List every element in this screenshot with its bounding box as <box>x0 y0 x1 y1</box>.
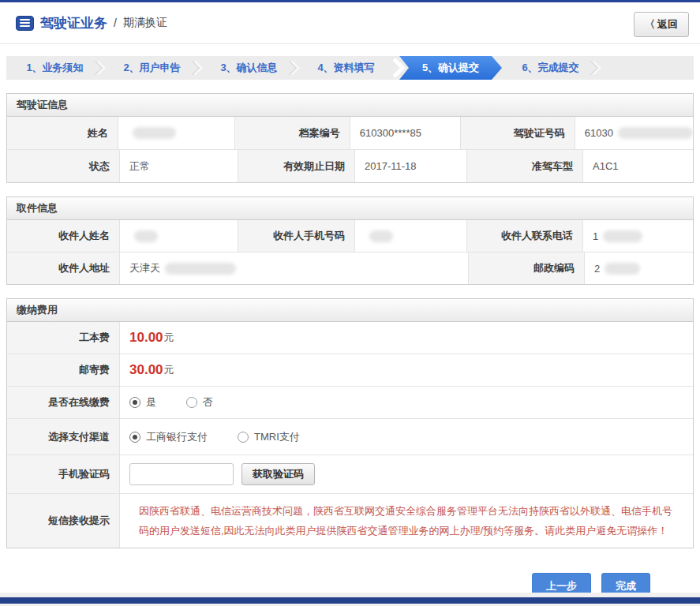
production-fee-label: 工本费 <box>7 322 119 354</box>
status-value: 正常 <box>119 150 238 182</box>
pickup-info-section-title: 取件信息 <box>7 197 693 220</box>
recipient-mobile-label: 收件人手机号码 <box>238 220 354 252</box>
step-gap <box>395 56 399 80</box>
name-value <box>118 117 234 149</box>
radio-selected-icon[interactable] <box>129 432 140 443</box>
step-3-confirm-info: 3、确认信息 <box>200 56 298 80</box>
step-6-complete-submit: 6、完成提交 <box>502 56 599 80</box>
chevron-left-icon: 〈 <box>645 18 655 30</box>
postcode-prefix: 2 <box>594 263 600 275</box>
step-1-business-notes: 1、业务须知 <box>6 56 103 80</box>
sms-code-row: 获取验证码 <box>119 455 693 493</box>
step-2-user-declaration: 2、用户申告 <box>103 56 200 80</box>
back-button-label: 返回 <box>657 18 678 30</box>
postage-fee-amount: 30.00 <box>129 362 163 378</box>
table-row: 收件人姓名 收件人手机号码 收件人联系电话 1 <box>7 220 693 252</box>
expiry-value: 2017-11-18 <box>354 150 466 182</box>
redacted-recipient-phone <box>603 230 642 242</box>
production-fee-amount: 10.00 <box>129 330 163 346</box>
sms-note-text-cell: 因陕西省联通、电信运营商技术问题，陕西省互联网交通安全综合服务管理平台无法向持陕… <box>119 494 693 548</box>
recipient-mobile-value <box>354 220 466 252</box>
expiry-label: 有效期止日期 <box>238 150 354 182</box>
table-row: 短信接收提示 因陕西省联通、电信运营商技术问题，陕西省互联网交通安全综合服务管理… <box>7 493 693 548</box>
online-pay-no-option[interactable]: 否 <box>186 395 213 410</box>
recipient-phone-prefix: 1 <box>593 230 598 242</box>
table-row: 工本费 10.00元 <box>7 322 693 354</box>
pay-channel-label: 选择支付渠道 <box>7 419 119 454</box>
online-pay-options: 是 否 <box>119 387 693 418</box>
table-row: 手机验证码 获取验证码 <box>7 454 693 493</box>
postcode-value: 2 <box>584 252 693 284</box>
sms-note-text: 因陕西省联通、电信运营商技术问题，陕西省互联网交通安全综合服务管理平台无法向持陕… <box>129 494 693 548</box>
recipient-phone-label: 收件人联系电话 <box>466 220 582 252</box>
online-pay-no-label: 否 <box>203 395 213 410</box>
step-label: 2、用户申告 <box>123 61 180 75</box>
radio-unselected-icon[interactable] <box>186 397 197 408</box>
pickup-info-section: 取件信息 收件人姓名 收件人手机号码 收件人联系电话 1 收件人地址 天津天 邮… <box>6 196 694 285</box>
file-no-value: 610300****85 <box>350 117 460 149</box>
recipient-name-label: 收件人姓名 <box>7 220 119 252</box>
license-no-prefix: 61030 <box>585 127 613 139</box>
table-row: 是否在线缴费 是 否 <box>7 386 693 418</box>
postage-fee-value: 30.00元 <box>119 354 693 386</box>
get-sms-code-button[interactable]: 获取验证码 <box>241 463 315 485</box>
postcode-label: 邮政编码 <box>468 252 584 284</box>
redacted-recipient-name <box>134 230 158 242</box>
bottom-navy-bar <box>0 597 700 604</box>
breadcrumb-divider: / <box>114 17 117 29</box>
page-header: 驾驶证业务 / 期满换证 〈返回 <box>0 2 700 44</box>
redacted-recipient-mobile <box>369 230 393 242</box>
step-label: 6、完成提交 <box>522 61 578 75</box>
address-prefix: 天津天 <box>129 261 160 275</box>
step-5-confirm-submit-active: 5、确认提交 <box>399 56 502 80</box>
table-row: 收件人地址 天津天 邮政编码 2 <box>7 252 693 284</box>
postage-fee-unit: 元 <box>164 363 174 377</box>
production-fee-value: 10.00元 <box>119 322 693 354</box>
redacted-license-no <box>618 127 693 139</box>
vehicle-class-label: 准驾车型 <box>466 150 582 182</box>
sms-note-label: 短信接收提示 <box>7 494 119 548</box>
step-4-fill-materials: 4、资料填写 <box>298 56 395 80</box>
channel-tmri-option[interactable]: TMRI支付 <box>238 430 300 444</box>
file-no-label: 档案编号 <box>234 117 350 149</box>
step-label: 1、业务须知 <box>26 61 83 75</box>
online-pay-yes-label: 是 <box>146 395 156 410</box>
pay-channel-options: 工商银行支付 TMRI支付 <box>119 419 693 454</box>
step-label: 3、确认信息 <box>220 61 277 75</box>
redacted-address <box>165 263 236 275</box>
license-info-section-title: 驾驶证信息 <box>7 94 693 117</box>
page: 驾驶证业务 / 期满换证 〈返回 1、业务须知 2、用户申告 3、确认信息 4、… <box>0 0 700 606</box>
radio-selected-icon[interactable] <box>129 397 140 408</box>
redacted-postcode <box>605 263 640 275</box>
channel-icbc-label: 工商银行支付 <box>146 430 208 444</box>
recipient-phone-value: 1 <box>582 220 693 252</box>
step-label: 5、确认提交 <box>422 61 479 75</box>
license-info-section: 驾驶证信息 姓名 档案编号 610300****85 驾驶证号码 61030 状… <box>6 93 694 183</box>
table-row: 邮寄费 30.00元 <box>7 354 693 386</box>
step-label: 4、资料填写 <box>317 61 374 75</box>
license-no-label: 驾驶证号码 <box>460 117 575 149</box>
online-pay-yes-option[interactable]: 是 <box>129 395 156 410</box>
back-button[interactable]: 〈返回 <box>634 12 689 37</box>
address-value: 天津天 <box>119 252 468 284</box>
table-row: 姓名 档案编号 610300****85 驾驶证号码 61030 <box>7 117 693 149</box>
fees-section-title: 缴纳费用 <box>7 299 693 322</box>
fees-section: 缴纳费用 工本费 10.00元 邮寄费 30.00元 是否在线缴费 是 否 选择… <box>6 298 694 548</box>
name-label: 姓名 <box>7 117 118 149</box>
online-pay-label: 是否在线缴费 <box>7 387 119 418</box>
list-icon <box>16 16 34 31</box>
channel-icbc-option[interactable]: 工商银行支付 <box>129 430 208 444</box>
breadcrumb-current: 期满换证 <box>123 16 167 30</box>
radio-unselected-icon[interactable] <box>238 432 249 443</box>
step-wizard: 1、业务须知 2、用户申告 3、确认信息 4、资料填写 5、确认提交 6、完成提… <box>6 56 694 80</box>
step-bar-filler <box>599 56 694 80</box>
sms-code-input[interactable] <box>129 463 234 485</box>
table-row: 选择支付渠道 工商银行支付 TMRI支付 <box>7 418 693 454</box>
page-title: 驾驶证业务 <box>40 14 107 32</box>
channel-tmri-label: TMRI支付 <box>254 430 300 444</box>
postage-fee-label: 邮寄费 <box>7 354 119 386</box>
license-no-value: 61030 <box>575 117 693 149</box>
sms-code-label: 手机验证码 <box>7 455 119 493</box>
recipient-name-value <box>119 220 238 252</box>
address-label: 收件人地址 <box>7 252 119 284</box>
